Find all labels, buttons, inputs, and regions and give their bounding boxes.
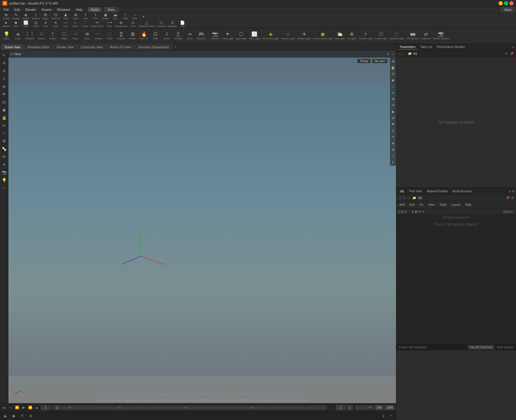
- torus-btn[interactable]: ◎ Torus: [31, 21, 40, 27]
- ne-back-btn[interactable]: ◁: [398, 196, 402, 200]
- rb-tab-asset-browser[interactable]: Asset Browser: [450, 189, 474, 194]
- vp-overlay-btn-14[interactable]: ◈: [390, 140, 396, 146]
- scale-tool-btn[interactable]: ⤡: [1, 75, 8, 82]
- lock-tool-btn[interactable]: 🔒: [1, 114, 8, 121]
- bb-rec-btn[interactable]: ⏺: [11, 413, 17, 419]
- camera-select-btn[interactable]: No cam: [372, 59, 388, 63]
- hide-tool-btn[interactable]: ◉: [1, 106, 8, 113]
- tube-btn[interactable]: ⬜ Tube: [21, 21, 31, 27]
- file-btn[interactable]: 📄 File: [178, 21, 187, 27]
- conta-tab[interactable]: ⊞ Conta.: [127, 29, 138, 43]
- transform-tool-btn[interactable]: ✛: [1, 59, 8, 67]
- menu-render[interactable]: Render: [23, 7, 39, 12]
- circle-btn[interactable]: ○ Circle: [70, 21, 80, 27]
- tl-range-bar[interactable]: 240: [355, 406, 373, 410]
- ne-fwd-btn[interactable]: ▷: [402, 196, 407, 200]
- geometry-light-btn[interactable]: ◈ Geometry Light: [261, 29, 280, 43]
- close-button[interactable]: [509, 1, 514, 5]
- menu-assets[interactable]: Assets: [39, 7, 54, 12]
- rb-tab-material-palette[interactable]: Material Palette: [424, 189, 450, 194]
- vp-overlay-btn-5[interactable]: ⌂: [390, 84, 396, 89]
- volu-btn[interactable]: ○ Volu.: [130, 13, 140, 20]
- ne-pin-btn[interactable]: 📌: [505, 196, 510, 200]
- ne-layout-btn[interactable]: Layout: [449, 203, 462, 207]
- wires-tab[interactable]: ⌇ Wires: [161, 29, 172, 43]
- tl-end-val[interactable]: [374, 405, 383, 410]
- font-btn[interactable]: A Font: [128, 21, 138, 27]
- char-btn[interactable]: ♟ Char: [61, 13, 70, 20]
- handles-tool-btn[interactable]: ⊛: [1, 83, 8, 90]
- crowds-tab[interactable]: ⣿ Crowds: [173, 29, 184, 43]
- vp-overlay-btn-11[interactable]: ⚑: [390, 122, 396, 127]
- drive-tab[interactable]: ⇒ Drive: [184, 29, 195, 43]
- menu-windows[interactable]: Windows: [55, 7, 73, 12]
- rp-pin-btn[interactable]: 📌: [509, 52, 515, 55]
- tab-geometry-spreadsheet[interactable]: Geometry Spreadsheet: [135, 44, 172, 50]
- box-btn[interactable]: ■ Box: [11, 21, 21, 27]
- guide-btn[interactable]: ◉ Guide: [100, 13, 110, 20]
- tl-frame-input[interactable]: [41, 405, 50, 410]
- spot-light-btn[interactable]: ⬡ Spot Light: [235, 29, 248, 43]
- vp-overlay-btn-6[interactable]: ✕: [390, 90, 396, 95]
- camera-btn[interactable]: 📷 Camera: [210, 29, 220, 43]
- model-btn[interactable]: ◈ Model: [21, 13, 31, 20]
- create-btn[interactable]: ⊕ Create: [1, 13, 11, 20]
- menu-edit[interactable]: Edit: [12, 7, 22, 12]
- vp-overlay-btn-7[interactable]: ⊛: [390, 96, 396, 102]
- vp-overlay-btn-16[interactable]: ⌇: [390, 153, 396, 158]
- ne-settings-btn[interactable]: ⚙: [510, 196, 515, 200]
- vp-overlay-btn-9[interactable]: ▶: [390, 109, 396, 114]
- vp-overlay-btn-1[interactable]: ⊞: [390, 58, 396, 64]
- ne-icon-8[interactable]: ✕: [422, 210, 424, 214]
- rb-tab-tree-view[interactable]: Tree View: [406, 189, 424, 194]
- rt-tab-performance[interactable]: Performance Monitor: [434, 45, 467, 49]
- rp-back-btn[interactable]: ◁: [398, 52, 401, 55]
- vp-overlay-btn-4[interactable]: ◉: [390, 77, 396, 83]
- terr-btn[interactable]: ⛰ Terr.: [110, 13, 120, 20]
- cons-btn[interactable]: ⊗ Cons.: [71, 13, 80, 20]
- switcher-btn[interactable]: ⇄ Switcher: [421, 29, 432, 43]
- sky-light-btn[interactable]: ⛅ Sky Light: [334, 29, 346, 43]
- ne-icon-6[interactable]: ◉: [415, 210, 418, 214]
- rt-tab-add[interactable]: +: [511, 44, 515, 50]
- camera-tool-btn[interactable]: 📷: [1, 169, 8, 176]
- lsystem-btn[interactable]: ⌥ L-System: [155, 21, 167, 27]
- pose-tool-btn[interactable]: 🦴: [1, 145, 8, 152]
- curve-btn[interactable]: ⌒ Curve: [80, 21, 90, 27]
- rotate-tool-btn[interactable]: ↺: [1, 67, 8, 74]
- fem-tab[interactable]: ⌬ FEM: [150, 29, 161, 43]
- tab-scene-view[interactable]: Scene View: [1, 44, 24, 50]
- collis-tab[interactable]: ◈ Collis.: [13, 29, 23, 43]
- toolbar-add-btn[interactable]: +: [140, 13, 147, 20]
- muscles-btn[interactable]: ⌬ Muscles: [51, 13, 61, 20]
- grid-btn[interactable]: # Grid: [41, 21, 50, 27]
- tl-audio-btn[interactable]: ♪: [329, 405, 335, 410]
- cloth-btn[interactable]: ⌇ Cloth: [120, 13, 130, 20]
- point-light-btn[interactable]: ✦ Point Light: [221, 29, 234, 43]
- distant-light-btn[interactable]: ☀ Distant Light: [296, 29, 311, 43]
- ne-home-btn[interactable]: ⌂: [407, 196, 412, 200]
- ne-icon-5[interactable]: ⊕: [411, 210, 414, 214]
- tl-play-back[interactable]: ⏪: [14, 405, 20, 410]
- 3d-viewport[interactable]: ⊞ View ⚙ ⤢ Persp No cam: [8, 50, 396, 403]
- hair-btn[interactable]: ⌇ Hair: [81, 13, 90, 20]
- tl-play-fwd[interactable]: ▶: [21, 405, 26, 410]
- bb-settings-btn[interactable]: ⚙: [28, 413, 34, 419]
- persp-btn[interactable]: Persp: [357, 59, 370, 63]
- vp-overlay-btn-10[interactable]: ⇄: [390, 115, 396, 121]
- environment-light-btn[interactable]: ◉ Environment Light: [312, 29, 333, 43]
- rt-tab-take-list[interactable]: Take List: [418, 45, 434, 49]
- tl-start-frame[interactable]: [336, 405, 346, 410]
- key-all-channels-btn[interactable]: Key All Channels: [468, 345, 495, 350]
- vp-overlay-btn-13[interactable]: ✦: [390, 134, 396, 140]
- velum-tab[interactable]: ⌇ Velum: [47, 29, 58, 43]
- select-tool-btn[interactable]: ↖: [1, 52, 8, 59]
- rp-fwd-btn[interactable]: ▷: [401, 52, 404, 55]
- rb-settings-btn[interactable]: ⚙: [512, 190, 515, 193]
- rigid-tab[interactable]: ⬡ Rigid: [59, 29, 70, 43]
- maximize-button[interactable]: [504, 1, 508, 5]
- portal-light-btn[interactable]: ⬡ Portal Light: [374, 29, 388, 43]
- platonic-btn[interactable]: △ Platonic Solids: [138, 21, 155, 27]
- misc-tool-btn[interactable]: ⋯: [1, 184, 8, 191]
- spray-paint-btn[interactable]: ⊛ Spray Paint: [114, 21, 128, 27]
